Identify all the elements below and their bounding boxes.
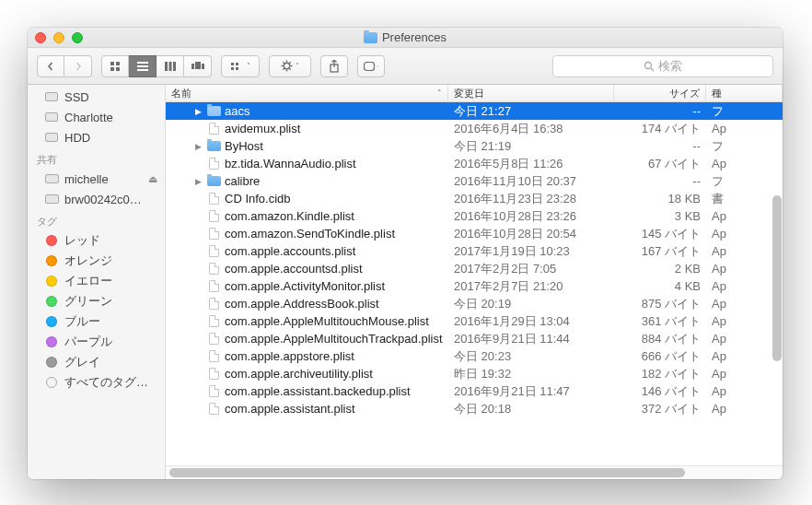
file-name: calibre (225, 174, 260, 188)
sidebar-device[interactable]: HDD (28, 127, 165, 147)
arrange-group: ˅ (221, 55, 260, 77)
file-row[interactable]: com.apple.AddressBook.plist今日 20:19875 バ… (166, 295, 783, 312)
svg-rect-12 (202, 64, 204, 69)
svg-line-22 (283, 62, 284, 63)
column-kind[interactable]: 種 (706, 85, 783, 101)
file-size: 4 KB (614, 279, 706, 293)
svg-line-31 (651, 68, 654, 71)
search-field[interactable]: 検索 (552, 55, 773, 77)
file-row[interactable]: com.apple.AppleMultitouchTrackpad.plist2… (166, 330, 783, 347)
column-name[interactable]: 名前˄ (166, 85, 448, 101)
file-icon (209, 280, 219, 292)
file-kind: Ap (706, 367, 783, 381)
file-icon (209, 158, 219, 170)
scrollbar-thumb[interactable] (169, 468, 685, 477)
sidebar-tag[interactable]: グリーン (28, 291, 165, 311)
tag-outline-icon (46, 377, 57, 388)
sidebar-tag[interactable]: ブルー (28, 311, 165, 332)
file-row[interactable]: com.amazon.SendToKindle.plist2016年10月28日… (166, 225, 783, 242)
zoom-button[interactable] (72, 32, 83, 43)
sidebar-header-tags: タグ (28, 209, 165, 230)
file-size: 875 バイト (614, 296, 706, 312)
sidebar-tag[interactable]: パープル (28, 332, 165, 352)
file-row[interactable]: com.amazon.Kindle.plist2016年10月28日 23:26… (166, 207, 783, 225)
file-icon (209, 193, 219, 205)
file-row[interactable]: com.apple.accountsd.plist2017年2月2日 7:052… (166, 260, 783, 277)
file-row[interactable]: com.apple.assistant.backedup.plist2016年9… (166, 382, 783, 400)
sidebar-item-label: パープル (64, 334, 112, 350)
disclosure-triangle-icon[interactable]: ▶ (193, 177, 203, 186)
file-row[interactable]: com.apple.accounts.plist2017年1月19日 10:23… (166, 242, 783, 260)
icon-view-button[interactable] (101, 55, 129, 77)
file-kind: Ap (706, 157, 783, 170)
file-kind: Ap (706, 209, 783, 223)
file-row[interactable]: ▶aacs今日 21:27--フ (166, 102, 783, 120)
sidebar[interactable]: SSDCharlotteHDD 共有 michelle⏏brw00242c0… … (28, 85, 166, 479)
sidebar-tag[interactable]: イエロー (28, 271, 165, 291)
sidebar-item-label: グリーン (64, 293, 112, 310)
file-name: com.apple.accounts.plist (225, 244, 355, 258)
svg-rect-15 (236, 63, 238, 65)
sidebar-device[interactable]: SSD (28, 87, 165, 107)
sidebar-item-label: HDD (64, 131, 90, 145)
share-button[interactable] (320, 55, 348, 77)
file-kind: Ap (706, 227, 783, 241)
minimize-button[interactable] (53, 32, 64, 43)
file-kind: 書 (706, 191, 783, 207)
file-icon (209, 333, 219, 345)
file-row[interactable]: avidemux.plist2016年6月4日 16:38174 バイトAp (166, 120, 783, 137)
forward-button[interactable] (64, 55, 92, 77)
file-row[interactable]: bz.tida.WannaAudio.plist2016年5月8日 11:266… (166, 155, 783, 172)
sidebar-item-label: グレイ (64, 354, 100, 370)
sidebar-shared[interactable]: michelle⏏ (28, 169, 165, 189)
file-row[interactable]: com.apple.assistant.plist今日 20:18372 バイト… (166, 400, 783, 417)
file-row[interactable]: CD Info.cidb2016年11月23日 23:2818 KB書 (166, 190, 783, 207)
file-name: avidemux.plist (225, 122, 300, 135)
file-row[interactable]: com.apple.ActivityMonitor.plist2017年2月7日… (166, 277, 783, 295)
sidebar-shared[interactable]: brw00242c0… (28, 189, 165, 209)
vertical-scrollbar-thumb[interactable] (772, 195, 782, 361)
file-size: 884 バイト (614, 331, 706, 347)
edit-tags-button[interactable] (357, 55, 385, 77)
monitor-icon (45, 194, 59, 204)
file-row[interactable]: com.apple.appstore.plist今日 20:23666 バイトA… (166, 347, 783, 365)
svg-point-29 (377, 65, 378, 66)
back-button[interactable] (37, 55, 64, 77)
file-name: com.apple.assistant.backedup.plist (225, 384, 411, 398)
disk-icon (45, 112, 58, 122)
file-list[interactable]: ▶aacs今日 21:27--フavidemux.plist2016年6月4日 … (166, 102, 783, 465)
list-view-button[interactable] (129, 55, 157, 77)
arrange-button[interactable]: ˅ (221, 55, 260, 77)
sidebar-item-label: Charlotte (64, 111, 113, 124)
file-row[interactable]: com.apple.archiveutility.plist昨日 19:3218… (166, 365, 783, 382)
tags-group (357, 55, 385, 77)
file-name: aacs (225, 104, 249, 118)
file-kind: フ (706, 103, 783, 120)
svg-rect-4 (137, 62, 148, 64)
file-row[interactable]: ▶calibre2016年11月10日 20:37--フ (166, 172, 783, 190)
file-date: 昨日 19:32 (448, 366, 614, 382)
file-row[interactable]: com.apple.AppleMultitouchMouse.plist2016… (166, 312, 783, 330)
sidebar-device[interactable]: Charlotte (28, 107, 165, 127)
coverflow-view-button[interactable] (184, 55, 212, 77)
file-name: bz.tida.WannaAudio.plist (225, 157, 356, 170)
eject-icon[interactable]: ⏏ (148, 173, 157, 185)
sidebar-all-tags[interactable]: すべてのタグ… (28, 372, 165, 393)
sidebar-tag[interactable]: オレンジ (28, 251, 165, 271)
sidebar-tag[interactable]: グレイ (28, 352, 165, 372)
column-view-button[interactable] (157, 55, 184, 77)
file-row[interactable]: ▶ByHost今日 21:19--フ (166, 137, 783, 155)
disclosure-triangle-icon[interactable]: ▶ (193, 107, 203, 116)
column-date[interactable]: 変更日 (448, 85, 614, 101)
disclosure-triangle-icon[interactable]: ▶ (193, 142, 203, 151)
window-title: Preferences (28, 30, 783, 44)
horizontal-scrollbar[interactable] (166, 465, 783, 479)
file-size: 666 バイト (614, 348, 706, 365)
file-name: com.apple.accountsd.plist (225, 262, 363, 276)
action-button[interactable]: ˅ (269, 55, 311, 77)
column-size[interactable]: サイズ (614, 85, 706, 101)
sidebar-tag[interactable]: レッド (28, 230, 165, 251)
svg-point-30 (645, 62, 652, 68)
close-button[interactable] (35, 32, 46, 43)
titlebar[interactable]: Preferences (28, 28, 783, 48)
